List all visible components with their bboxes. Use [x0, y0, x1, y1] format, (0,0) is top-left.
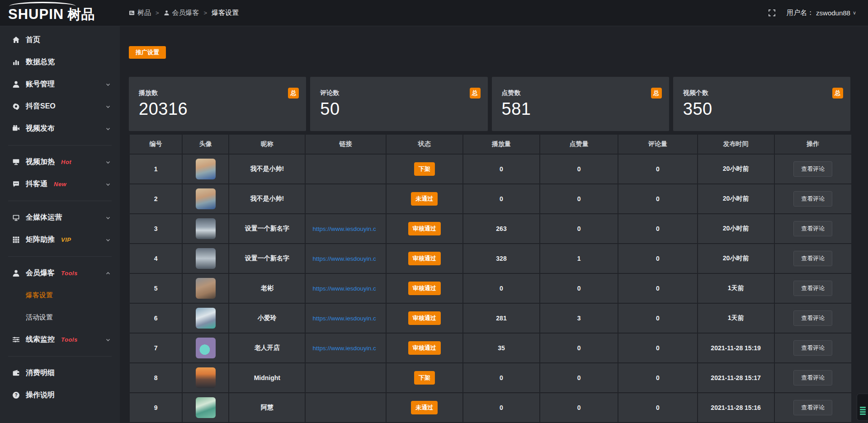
video-link[interactable]: https://www.iesdouyin.c	[312, 345, 376, 352]
status-badge: 审核通过	[408, 341, 441, 355]
sidebar-item-7[interactable]: 全媒体运营	[0, 207, 120, 229]
app-logo: SHUPIN 树品	[0, 2, 120, 24]
cell-nickname: 老人开店	[229, 334, 305, 362]
sidebar-divider	[8, 356, 112, 357]
sidebar-subitem-11[interactable]: 活动设置	[0, 306, 120, 329]
video-link[interactable]: https://www.iesdouyin.c	[312, 285, 376, 292]
sidebar-item-label: 抖客通	[26, 179, 47, 189]
cell-comments: 0	[618, 334, 697, 362]
chevron-up-icon	[105, 271, 111, 276]
column-header-7: 评论量	[618, 135, 697, 154]
sidebar-item-14[interactable]: ?操作说明	[0, 384, 120, 406]
breadcrumb-label: 树品	[137, 9, 151, 17]
cell-action: 查看评论	[775, 274, 851, 303]
cell-comments: 0	[618, 393, 697, 422]
cell-time: 20小时前	[698, 244, 774, 273]
total-badge: 总	[288, 88, 299, 99]
view-comments-button[interactable]: 查看评论	[793, 251, 832, 266]
table-row-2: 2我不是小帅!未通过00020小时前查看评论	[130, 184, 851, 213]
cell-comments: 0	[618, 304, 697, 333]
video-link[interactable]: https://www.iesdouyin.c	[312, 315, 376, 322]
widget-bar	[860, 409, 866, 410]
stat-label: 播放数	[139, 89, 158, 97]
cell-plays: 263	[463, 214, 539, 243]
sidebar-item-6[interactable]: 抖客通New	[0, 173, 120, 195]
sliders-icon	[12, 336, 20, 344]
main-content: 推广设置 播放数总20316评论数总50点赞数总581视频个数总350 编号头像…	[120, 26, 868, 423]
cell-status: 下架	[387, 363, 462, 392]
cell-plays: 35	[463, 334, 539, 362]
chart-icon	[12, 58, 20, 66]
view-comments-button[interactable]: 查看评论	[793, 340, 832, 356]
sidebar-item-13[interactable]: 消费明细	[0, 362, 120, 384]
cell-action: 查看评论	[775, 244, 851, 273]
cell-plays: 0	[463, 184, 539, 213]
wallet-icon	[12, 369, 20, 377]
table-row-7: 7老人开店https://www.iesdouyin.c审核通过35002021…	[130, 334, 851, 362]
sidebar-item-label: 活动设置	[26, 313, 53, 322]
home-icon	[12, 36, 20, 44]
cell-avatar	[183, 214, 228, 243]
table-row-9: 9阿慧未通过0002021-11-28 15:16查看评论	[130, 393, 851, 422]
view-comments-button[interactable]: 查看评论	[793, 161, 832, 177]
stat-card-2: 点赞数总581	[492, 77, 669, 131]
view-comments-button[interactable]: 查看评论	[793, 310, 832, 326]
cell-likes: 1	[540, 244, 618, 273]
view-comments-button[interactable]: 查看评论	[793, 400, 832, 415]
sidebar-item-1[interactable]: 数据总览	[0, 51, 120, 73]
total-badge: 总	[470, 88, 481, 99]
view-comments-button[interactable]: 查看评论	[793, 281, 832, 296]
cell-action: 查看评论	[775, 393, 851, 422]
sidebar-item-4[interactable]: 视频发布	[0, 118, 120, 140]
user-menu[interactable]: 用户名：zswodun88 ∨	[787, 9, 856, 17]
cell-avatar	[183, 184, 228, 213]
breadcrumb-item-home[interactable]: 树品	[129, 9, 151, 17]
sidebar-item-label: 抖音SEO	[26, 102, 56, 111]
cell-nickname: 阿慧	[229, 393, 305, 422]
video-link[interactable]: https://www.iesdouyin.c	[312, 255, 376, 262]
view-comments-button[interactable]: 查看评论	[793, 370, 832, 385]
avatar	[196, 218, 216, 239]
view-comments-button[interactable]: 查看评论	[793, 221, 832, 236]
cell-link: https://www.iesdouyin.c	[306, 304, 385, 333]
cell-status: 审核通过	[387, 214, 462, 243]
corner-widget[interactable]	[857, 394, 868, 421]
sidebar-item-0[interactable]: 首页	[0, 29, 120, 51]
cell-plays: 0	[463, 363, 539, 392]
sidebar-item-3[interactable]: 抖音SEO	[0, 95, 120, 118]
user-icon	[164, 10, 170, 16]
sidebar-item-2[interactable]: 账号管理	[0, 73, 120, 95]
sidebar-item-9[interactable]: 会员爆客Tools	[0, 262, 120, 284]
cell-status: 未通过	[387, 393, 462, 422]
cell-no: 8	[130, 363, 182, 392]
promo-settings-button[interactable]: 推广设置	[129, 46, 166, 59]
cell-plays: 281	[463, 304, 539, 333]
cell-no: 4	[130, 244, 182, 273]
fullscreen-icon[interactable]	[768, 9, 776, 17]
video-link[interactable]: https://www.iesdouyin.c	[312, 226, 376, 232]
avatar	[196, 278, 216, 299]
sidebar-item-12[interactable]: 线索监控Tools	[0, 329, 120, 351]
view-comments-button[interactable]: 查看评论	[793, 191, 832, 207]
cell-link	[306, 184, 385, 213]
sidebar-item-label: 会员爆客	[26, 268, 55, 278]
chevron-down-icon: ∨	[853, 10, 856, 16]
sidebar-item-8[interactable]: 矩阵助推VIP	[0, 229, 120, 251]
cell-link: https://www.iesdouyin.c	[306, 214, 385, 243]
widget-bar	[860, 407, 866, 408]
sidebar-item-label: 账号管理	[26, 80, 55, 89]
sidebar-subitem-10[interactable]: 爆客设置	[0, 284, 120, 306]
sidebar-item-badge: Tools	[61, 336, 78, 343]
cell-time: 20小时前	[698, 155, 774, 183]
cell-no: 6	[130, 304, 182, 333]
avatar	[196, 308, 216, 329]
cell-likes: 0	[540, 155, 618, 183]
cell-time: 2021-11-28 15:16	[698, 393, 774, 422]
chevron-down-icon	[105, 160, 111, 165]
column-header-6: 点赞量	[540, 135, 618, 154]
cell-time: 2021-11-28 15:19	[698, 334, 774, 362]
sidebar-item-5[interactable]: 视频加热Hot	[0, 151, 120, 173]
svg-text:?: ?	[14, 393, 17, 398]
cell-comments: 0	[618, 244, 697, 273]
breadcrumb-item-member[interactable]: 会员爆客	[164, 9, 199, 17]
